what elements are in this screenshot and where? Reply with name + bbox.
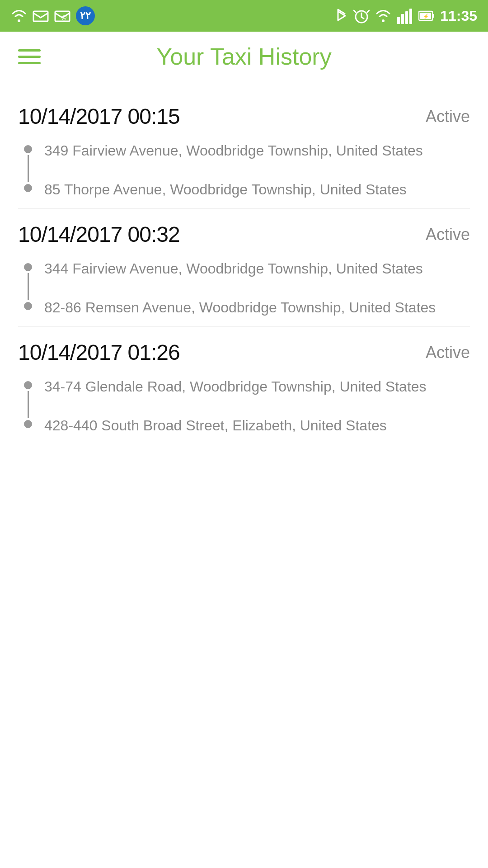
svg-rect-10 (432, 14, 434, 18)
wifi-icon (11, 9, 27, 22)
page-title: Your Taxi History (156, 43, 331, 70)
trip-item[interactable]: 10/14/2017 01:26 Active 34-74 Glendale R… (18, 326, 470, 444)
status-time: 11:35 (440, 8, 477, 24)
origin-address: 34-74 Glendale Road, Woodbridge Township… (44, 377, 427, 396)
mail-icon (33, 9, 49, 22)
menu-button[interactable] (18, 49, 41, 64)
trip-route: 34-74 Glendale Road, Woodbridge Township… (18, 377, 470, 435)
trip-datetime: 10/14/2017 01:26 (18, 340, 180, 365)
svg-rect-0 (33, 11, 48, 21)
origin-address: 344 Fairview Avenue, Woodbridge Township… (44, 259, 436, 278)
trip-item[interactable]: 10/14/2017 00:15 Active 349 Fairview Ave… (18, 90, 470, 208)
route-connector (23, 377, 33, 428)
origin-dot (24, 263, 32, 271)
origin-dot (24, 381, 32, 389)
trip-item[interactable]: 10/14/2017 00:32 Active 344 Fairview Ave… (18, 208, 470, 326)
bluetooth-icon (335, 8, 348, 24)
destination-address: 82-86 Remsen Avenue, Woodbridge Township… (44, 298, 436, 317)
trip-status: Active (426, 225, 470, 244)
app-header: Your Taxi History (0, 32, 488, 81)
trip-route: 344 Fairview Avenue, Woodbridge Township… (18, 259, 470, 317)
route-line (28, 155, 29, 182)
wifi2-icon (375, 9, 391, 22)
destination-address: 428-440 South Broad Street, Elizabeth, U… (44, 416, 427, 435)
trip-status: Active (426, 343, 470, 362)
battery-icon: ⚡ (418, 9, 435, 22)
mail2-icon: @ (54, 9, 70, 22)
trip-header: 10/14/2017 01:26 Active (18, 340, 470, 365)
origin-address: 349 Fairview Avenue, Woodbridge Township… (44, 142, 423, 160)
route-line (28, 391, 29, 418)
trip-header: 10/14/2017 00:15 Active (18, 104, 470, 129)
trip-status: Active (426, 107, 470, 126)
svg-text:@: @ (61, 14, 67, 21)
route-connector (23, 142, 33, 192)
svg-text:⚡: ⚡ (423, 13, 429, 19)
svg-rect-4 (397, 17, 400, 24)
trip-datetime: 10/14/2017 00:32 (18, 222, 180, 247)
trip-list: 10/14/2017 00:15 Active 349 Fairview Ave… (0, 81, 488, 444)
status-bar-left: @ ۲۲ (11, 6, 95, 25)
origin-dot (24, 145, 32, 153)
destination-dot (24, 184, 32, 192)
alarm-icon (353, 8, 370, 24)
route-addresses: 349 Fairview Avenue, Woodbridge Township… (44, 142, 423, 199)
route-addresses: 34-74 Glendale Road, Woodbridge Township… (44, 377, 427, 435)
trip-datetime: 10/14/2017 00:15 (18, 104, 180, 129)
signal-icon (397, 8, 413, 24)
svg-rect-5 (401, 14, 404, 24)
route-connector (23, 259, 33, 310)
route-line (28, 273, 29, 300)
destination-dot (24, 420, 32, 428)
destination-address: 85 Thorpe Avenue, Woodbridge Township, U… (44, 180, 423, 199)
route-addresses: 344 Fairview Avenue, Woodbridge Township… (44, 259, 436, 317)
status-bar: @ ۲۲ ⚡ (0, 0, 488, 32)
status-bar-right: ⚡ 11:35 (335, 8, 477, 24)
trip-route: 349 Fairview Avenue, Woodbridge Township… (18, 142, 470, 199)
destination-dot (24, 302, 32, 310)
notification-badge: ۲۲ (76, 6, 95, 25)
trip-header: 10/14/2017 00:32 Active (18, 222, 470, 247)
svg-rect-6 (405, 11, 408, 24)
svg-rect-7 (409, 9, 412, 24)
